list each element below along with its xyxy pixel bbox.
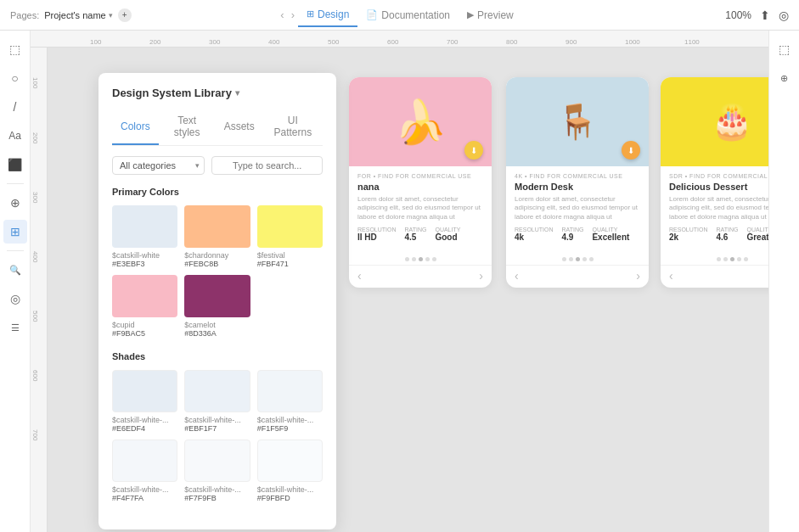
right-tool-1[interactable]: ⬚ (773, 37, 796, 61)
ruler-mark: 600 (387, 38, 398, 46)
card-nav: ‹ › (506, 265, 649, 288)
card-prev-button[interactable]: ‹ (669, 269, 673, 283)
dot (405, 257, 409, 261)
color-hex: #F9BAC5 (112, 329, 177, 338)
dot (582, 257, 587, 261)
stat-quality: QUALITY Great (746, 227, 768, 242)
right-tool-2[interactable]: ⊕ (773, 66, 796, 90)
v-ruler-mark: 600 (31, 370, 39, 381)
color-swatch-camelot: $camelot #8D336A (184, 275, 250, 338)
download-badge[interactable]: ⬇ (622, 141, 640, 160)
tab-assets[interactable]: Assets (216, 109, 263, 145)
top-bar-center: ‹ › ⊞ Design 📄 Documentation ▶ Preview (277, 3, 521, 27)
dot (562, 257, 566, 261)
dot (432, 257, 436, 261)
tab-design[interactable]: ⊞ Design (298, 3, 357, 27)
color-hex: #FBF471 (257, 260, 323, 268)
canvas[interactable]: Design System Library ▾ Colors Text styl… (48, 48, 768, 532)
color-hex: #F1F5F9 (257, 424, 323, 433)
settings-button[interactable]: ◎ (779, 8, 789, 22)
card-title: nana (357, 182, 483, 192)
share-button[interactable]: ⬆ (760, 8, 770, 22)
v-ruler-mark: 500 (31, 311, 39, 322)
layers-tool[interactable]: ☰ (3, 316, 27, 339)
card-next-button[interactable]: › (636, 269, 640, 283)
color-swatch-chardonnay: $chardonnay #FEBC8B (184, 205, 250, 268)
card-dessert: 🎂 ⬇ SDR • FIND FOR COMMERCIAL USE Delici… (661, 77, 768, 288)
nav-forward-button[interactable]: › (288, 7, 298, 23)
dot (737, 257, 741, 261)
dot (723, 257, 728, 261)
card-body: FOR • FIND FOR COMMERCIAL USE nana Lorem… (349, 166, 492, 254)
inspect-tool[interactable]: ◎ (3, 287, 27, 311)
color-hex: #F9FBFD (257, 494, 323, 502)
color-name: $camelot (184, 321, 250, 329)
card-desc: Lorem dolor sit amet, consectetur adipis… (357, 195, 483, 221)
ruler-mark: 400 (268, 38, 279, 46)
color-box (184, 205, 250, 248)
color-hex: #E6EDF4 (112, 424, 177, 433)
category-select[interactable]: All categories (112, 156, 205, 175)
design-icon: ⊞ (307, 8, 314, 20)
card-prev-button[interactable]: ‹ (357, 269, 362, 283)
frame-tool[interactable]: ○ (3, 66, 27, 90)
tab-documentation[interactable]: 📄 Documentation (357, 4, 459, 26)
tab-ui-patterns[interactable]: UI Patterns (263, 109, 323, 145)
pen-tool[interactable]: / (3, 95, 27, 119)
shades-title: Shades (112, 351, 323, 361)
card-stats: RESOLUTION II HD RATING 4.5 QUALITY Good (357, 227, 483, 242)
color-name: $catskill-white-... (257, 416, 323, 424)
component-tool[interactable]: ⊕ (3, 191, 27, 215)
color-name: $catskill-white-... (112, 416, 177, 424)
primary-colors-grid: $catskill-white #E3EBF3 $chardonnay #FEB… (112, 205, 323, 338)
color-search-input[interactable] (211, 156, 323, 175)
dot (744, 257, 748, 261)
card-prev-button[interactable]: ‹ (515, 269, 519, 283)
select-tool[interactable]: ⬚ (3, 37, 27, 61)
ruler-mark: 500 (328, 38, 339, 46)
card-next-button[interactable]: › (479, 269, 483, 283)
color-box (184, 370, 250, 412)
nav-back-button[interactable]: ‹ (277, 7, 287, 23)
color-hex: #8D336A (184, 329, 250, 338)
documentation-icon: 📄 (366, 9, 378, 20)
card-body: SDR • FIND FOR COMMERCIAL USE Delicious … (661, 166, 768, 254)
ruler-mark: 200 (149, 38, 160, 46)
card-title: Modern Desk (515, 182, 640, 192)
shade-swatch-3: $catskill-white-... #F1F5F9 (257, 370, 323, 433)
zoom-tool[interactable]: 🔍 (3, 258, 27, 282)
v-ruler-mark: 700 (31, 429, 39, 440)
color-box (112, 205, 177, 248)
shape-tool[interactable]: ⬛ (3, 153, 27, 176)
color-name: $catskill-white-... (184, 416, 250, 424)
card-badge: SDR • FIND FOR COMMERCIAL USE (669, 173, 768, 179)
dot-active (730, 257, 734, 261)
shade-swatch-5: $catskill-white-... #F7F9FB (184, 440, 250, 502)
dot (589, 257, 594, 261)
v-ruler-mark: 200 (31, 132, 39, 143)
primary-colors-title: Primary Colors (112, 187, 323, 197)
top-bar: Pages: Project's name ▾ + ‹ › ⊞ Design 📄… (0, 0, 799, 31)
color-swatch-catskill-white: $catskill-white #E3EBF3 (112, 205, 177, 268)
tab-preview[interactable]: ▶ Preview (459, 4, 522, 26)
dot (569, 257, 573, 261)
tab-text-styles[interactable]: Text styles (159, 109, 216, 145)
card-stats: RESOLUTION 4k RATING 4.9 QUALITY Excelle… (515, 227, 640, 242)
chevron-down-icon: ▾ (235, 88, 239, 98)
search-wrapper: 🔍 (211, 156, 323, 175)
tab-colors[interactable]: Colors (112, 109, 159, 145)
pages-label: Pages: (10, 10, 39, 20)
assets-tool[interactable]: ⊞ (3, 220, 27, 244)
color-name: $catskill-white (112, 251, 177, 260)
color-box (112, 275, 177, 317)
color-hex: #EBF1F7 (184, 424, 250, 433)
shade-swatch-4: $catskill-white-... #F4F7FA (112, 440, 177, 502)
add-page-button[interactable]: + (118, 8, 132, 22)
stat-resolution: RESOLUTION 2k (669, 227, 708, 242)
card-dots (506, 257, 649, 261)
v-ruler-mark: 400 (31, 251, 39, 262)
ruler-mark: 800 (506, 38, 517, 46)
download-badge[interactable]: ⬇ (464, 141, 483, 160)
text-tool[interactable]: Aa (3, 124, 27, 148)
color-swatch-festival: $festival #FBF471 (257, 205, 323, 268)
